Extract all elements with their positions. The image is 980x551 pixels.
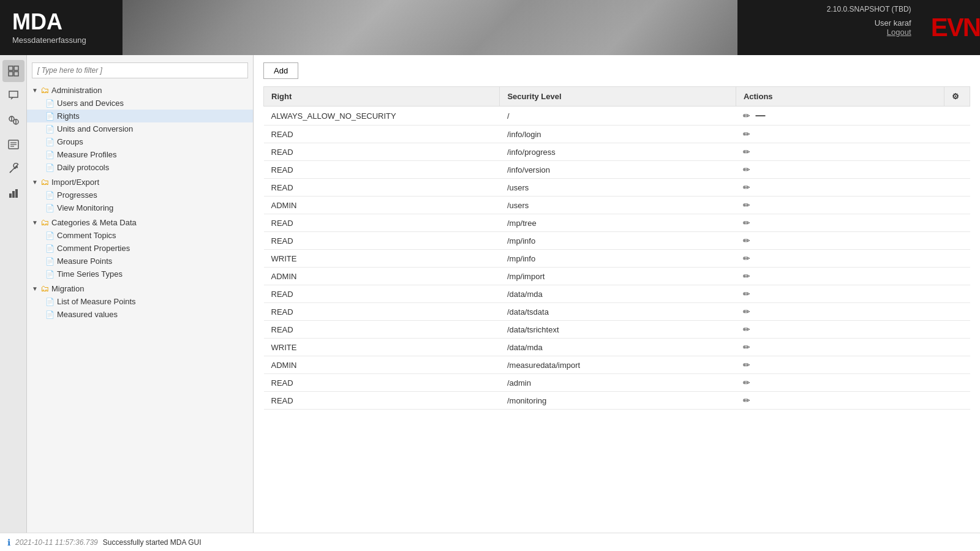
tree-group-migration-header[interactable]: ▼ 🗂 Migration [27,282,253,295]
cell-right: ADMIN [264,356,500,374]
nav-grid-button[interactable] [2,60,24,82]
edit-button[interactable]: ✏ [743,271,750,281]
sidebar-item-groups[interactable]: 📄 Groups [27,135,253,148]
app-header: MDA Messdatenerfassung 2.10.0.SNAPSHOT (… [0,0,980,55]
sidebar-item-list-of-measure-points[interactable]: 📄 List of Measure Points [27,295,253,308]
cell-right: READ [264,143,500,161]
edit-button[interactable]: ✏ [743,165,750,174]
edit-button[interactable]: ✏ [743,236,750,246]
cell-extra [944,179,970,197]
doc-icon: 📄 [45,310,55,319]
table-row: READ/monitoring✏ [264,392,970,410]
add-button[interactable]: Add [263,62,298,79]
cell-actions: ✏ [736,339,944,356]
edit-button[interactable]: ✏ [743,395,750,405]
doc-icon: 📄 [45,163,55,172]
edit-button[interactable]: ✏ [743,182,750,192]
sidebar-item-rights[interactable]: 📄 Rights [27,110,253,122]
edit-button[interactable]: ✏ [743,324,750,334]
sidebar-item-label: View Monitoring [57,203,113,212]
tree-group-categories-header[interactable]: ▼ 🗂 Categories & Meta Data [27,216,253,229]
footer-timestamp: 2021-10-11 11:57:36.739 [15,538,98,547]
nav-chat-button[interactable] [2,84,24,107]
doc-icon: 📄 [45,244,55,253]
chat-icon [7,89,20,102]
app-version: 2.10.0.SNAPSHOT (TBD) [827,5,911,13]
collapse-icon-administration: ▼ [32,87,38,94]
sidebar-item-measure-profiles[interactable]: 📄 Measure Profiles [27,148,253,161]
table-row: READ/info/progress✏ [264,143,970,161]
sidebar-item-label: Daily protocols [57,163,109,172]
action-icons: ✏ [743,342,937,352]
edit-button[interactable]: ✏ [743,289,750,299]
table-row: READ/info/version✏ [264,161,970,179]
edit-button[interactable]: ✏ [743,378,750,388]
cell-actions: ✏ [736,232,944,250]
cell-extra [944,268,970,285]
sidebar-item-comment-topics[interactable]: 📄 Comment Topics [27,229,253,242]
cell-extra [944,392,970,410]
cell-extra [944,214,970,232]
edit-button[interactable]: ✏ [743,129,750,139]
action-icons: ✏ [743,324,937,334]
table-row: READ/data/mda✏ [264,285,970,303]
edit-button[interactable]: ✏ [743,218,750,228]
cell-actions: ✏ [736,285,944,303]
settings-icon: ⚙ [952,92,959,101]
sidebar-item-measure-points[interactable]: 📄 Measure Points [27,255,253,268]
app-subtitle: Messdatenerfassung [12,36,110,45]
table-row: WRITE/data/mda✏ [264,339,970,356]
collapse-icon-import-export: ▼ [32,179,38,186]
sidebar-item-users-and-devices[interactable]: 📄 Users and Devices [27,97,253,110]
cell-actions: ✏ [736,392,944,410]
tree-group-import-export-header[interactable]: ▼ 🗂 Import/Export [27,175,253,189]
cell-right: READ [264,374,500,392]
collapse-icon-categories: ▼ [32,219,38,226]
doc-icon: 📄 [45,112,55,121]
svg-rect-11 [12,191,15,198]
edit-button[interactable]: ✏ [743,307,750,317]
rights-table: Right Security Level Actions ⚙ ALWAYS_AL… [263,86,970,410]
nav-filter-button[interactable] [2,109,24,131]
edit-button[interactable]: ✏ [743,253,750,263]
sidebar-item-label: Progresses [57,190,97,200]
tree-group-administration-label: Administration [51,86,102,95]
edit-button[interactable]: ✏ [743,147,750,157]
table-row: ADMIN/users✏ [264,197,970,214]
filter-input[interactable] [32,62,248,78]
action-icons: ✏ [743,271,937,281]
cell-extra [944,339,970,356]
sidebar-item-daily-protocols[interactable]: 📄 Daily protocols [27,161,253,174]
cell-right: READ [264,285,500,303]
sidebar-item-view-monitoring[interactable]: 📄 View Monitoring [27,201,253,214]
edit-button[interactable]: ✏ [743,200,750,210]
info-icon: ℹ [7,538,10,547]
th-settings[interactable]: ⚙ [944,87,970,107]
nav-tools-button[interactable] [2,158,24,180]
logout-link[interactable]: Logout [887,28,911,37]
folder-icon-migration: 🗂 [40,283,49,293]
edit-button[interactable]: ✏ [743,342,750,352]
sidebar-item-units-and-conversion[interactable]: 📄 Units and Conversion [27,122,253,135]
main-layout: ▼ 🗂 Administration 📄 Users and Devices 📄… [0,55,980,533]
edit-button[interactable]: ✏ [743,360,750,370]
collapse-icon-migration: ▼ [32,285,38,292]
edit-button[interactable]: ✏ [743,111,750,121]
th-security-level: Security Level [500,87,736,107]
cell-right: READ [264,214,500,232]
cell-extra [944,374,970,392]
tree-group-categories-label: Categories & Meta Data [51,218,137,227]
nav-list-button[interactable] [2,133,24,156]
nav-chart-button[interactable] [2,182,24,204]
cell-right: READ [264,126,500,143]
tree-group-administration-header[interactable]: ▼ 🗂 Administration [27,83,253,97]
cell-security-level: /users [500,197,736,214]
delete-button[interactable]: — [755,110,765,121]
sidebar-item-time-series-types[interactable]: 📄 Time Series Types [27,268,253,280]
cell-extra [944,303,970,321]
sidebar-item-measured-values[interactable]: 📄 Measured values [27,308,253,321]
evn-logo-ev: EV [931,13,963,42]
content-area: Add Right Security Level Actions ⚙ ALWAY… [254,55,980,533]
sidebar-item-progresses[interactable]: 📄 Progresses [27,189,253,201]
sidebar-item-comment-properties[interactable]: 📄 Comment Properties [27,242,253,255]
